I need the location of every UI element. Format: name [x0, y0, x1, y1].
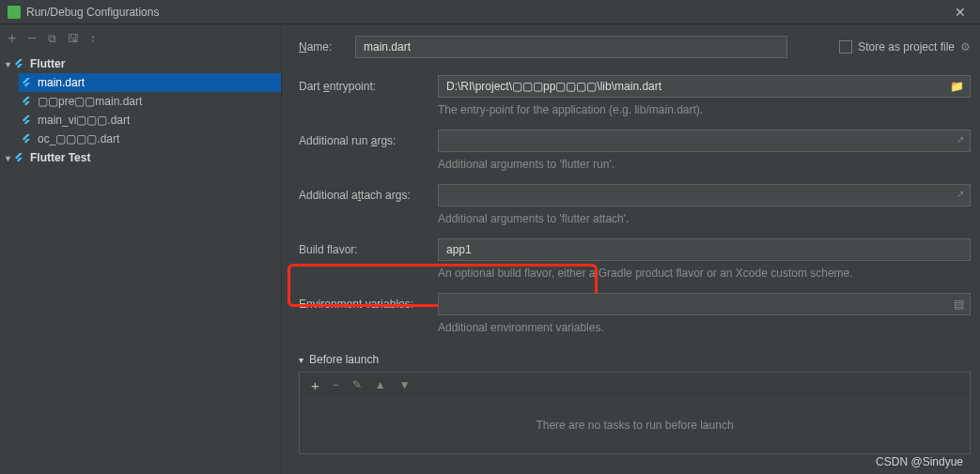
envvars-hint: Additional environment variables. — [438, 321, 971, 334]
tree-item-label: main.dart — [38, 76, 85, 89]
tree-item-label: ▢▢pre▢▢main.dart — [38, 95, 142, 108]
expand-icon[interactable]: ↗ — [957, 134, 964, 145]
up-icon[interactable]: ▲ — [375, 378, 386, 391]
sidebar-toolbar: + − ⧉ 🖫 ↕ — [0, 24, 281, 53]
entrypoint-label: Dart entrypoint: — [299, 80, 438, 93]
main: + − ⧉ 🖫 ↕ ▾ Flutter main.dart ▢▢pre▢▢mai… — [0, 24, 980, 474]
tree-item-label: main_vi▢▢▢.dart — [38, 114, 130, 127]
attachargs-hint: Additional arguments to 'flutter attach'… — [438, 212, 971, 225]
attachargs-row: Additional attach args: ↗ — [299, 184, 971, 206]
content: Name: Store as project file ⚙ Dart entry… — [282, 24, 980, 474]
add-icon[interactable]: + — [311, 377, 319, 393]
buildflavor-hint: An optional build flavor, either a Gradl… — [438, 267, 971, 280]
before-launch-empty: There are no tasks to run before launch — [300, 397, 970, 453]
tree-item-main[interactable]: main.dart — [19, 73, 281, 92]
buildflavor-label: Build flavor: — [299, 243, 438, 256]
runargs-hint: Additional arguments to 'flutter run'. — [438, 158, 971, 171]
tree-item[interactable]: oc_▢▢▢▢.dart — [19, 130, 281, 148]
tree-item[interactable]: main_vi▢▢▢.dart — [19, 111, 281, 130]
expand-icon[interactable]: ↗ — [957, 189, 964, 199]
add-icon[interactable]: + — [8, 30, 16, 47]
app-icon — [8, 6, 21, 19]
chevron-down-icon: ▾ — [299, 355, 303, 365]
watermark: CSDN @Sindyue — [876, 455, 963, 468]
entrypoint-hint: The entry-point for the application (e.g… — [438, 103, 971, 116]
window-title: Run/Debug Configurations — [26, 6, 948, 19]
envvars-label: Environment variables: — [299, 298, 438, 311]
config-tree: ▾ Flutter main.dart ▢▢pre▢▢main.dart mai… — [0, 53, 281, 167]
tree-item-label: oc_▢▢▢▢.dart — [38, 132, 119, 145]
down-icon[interactable]: ▼ — [399, 378, 411, 391]
wrench-icon[interactable]: ↕ — [90, 32, 96, 45]
flutter-icon — [21, 96, 32, 107]
flutter-icon — [21, 115, 32, 126]
store-checkbox[interactable] — [839, 40, 852, 54]
runargs-row: Additional run args: ↗ — [299, 130, 971, 152]
before-launch-section: ▾ Before launch + − ✎ ▲ ▼ There are no t… — [299, 353, 971, 454]
runargs-label: Additional run args: — [299, 134, 438, 147]
flutter-icon — [21, 77, 32, 88]
chevron-down-icon: ▾ — [2, 59, 13, 69]
remove-icon[interactable]: − — [27, 30, 36, 47]
name-label: Name: — [299, 40, 355, 54]
flutter-icon — [13, 58, 24, 69]
folder-icon[interactable]: 📁 — [950, 80, 964, 93]
gear-icon[interactable]: ⚙ — [960, 40, 971, 54]
close-icon[interactable]: ✕ — [948, 5, 972, 20]
tree-group-flutter-test[interactable]: ▾ Flutter Test — [0, 148, 281, 167]
edit-icon[interactable]: ✎ — [352, 378, 362, 391]
remove-icon[interactable]: − — [333, 378, 339, 391]
entrypoint-row: Dart entrypoint: 📁 — [299, 75, 971, 98]
tree-group-label: Flutter Test — [30, 151, 90, 164]
tree-item[interactable]: ▢▢pre▢▢main.dart — [19, 92, 281, 111]
sidebar: + − ⧉ 🖫 ↕ ▾ Flutter main.dart ▢▢pre▢▢mai… — [0, 24, 282, 474]
flutter-icon — [21, 133, 32, 145]
envvars-row: Environment variables: ▤ — [299, 293, 971, 315]
before-launch-toolbar: + − ✎ ▲ ▼ — [300, 373, 970, 397]
list-icon[interactable]: ▤ — [954, 298, 964, 311]
name-row: Name: Store as project file ⚙ — [299, 36, 971, 58]
store-label: Store as project file — [858, 40, 955, 54]
tree-group-flutter[interactable]: ▾ Flutter — [0, 54, 281, 73]
attachargs-label: Additional attach args: — [299, 189, 438, 202]
save-icon[interactable]: 🖫 — [68, 32, 79, 45]
entrypoint-input[interactable]: 📁 — [438, 75, 971, 98]
buildflavor-input[interactable] — [438, 238, 971, 261]
before-launch-header[interactable]: ▾ Before launch — [299, 353, 971, 366]
copy-icon[interactable]: ⧉ — [48, 32, 56, 45]
buildflavor-row: Build flavor: — [299, 238, 971, 261]
tree-group-label: Flutter — [30, 57, 65, 70]
attachargs-input[interactable]: ↗ — [438, 184, 971, 206]
chevron-down-icon: ▾ — [2, 153, 13, 163]
envvars-input[interactable]: ▤ — [438, 293, 971, 315]
before-launch-body: + − ✎ ▲ ▼ There are no tasks to run befo… — [299, 372, 971, 454]
titlebar: Run/Debug Configurations ✕ — [0, 0, 980, 24]
name-input[interactable] — [355, 36, 787, 58]
runargs-input[interactable]: ↗ — [438, 130, 971, 152]
flutter-icon — [13, 152, 24, 163]
